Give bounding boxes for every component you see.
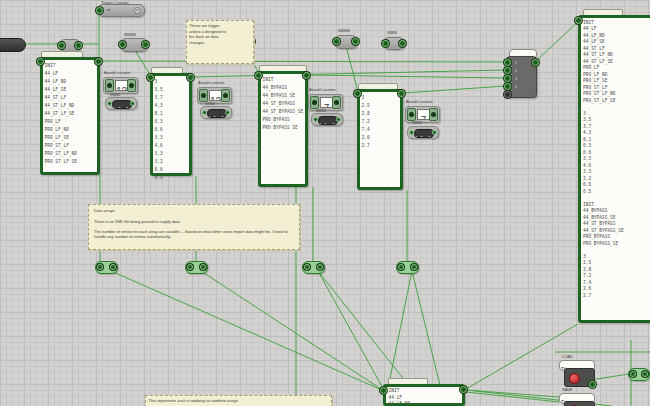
- trigger-counter-port[interactable]: [96, 7, 103, 14]
- merge-add-port[interactable]: [504, 91, 511, 98]
- note-data-arrays[interactable]: Data arrays There is an XML file being p…: [88, 204, 300, 250]
- input-port[interactable]: [333, 38, 340, 45]
- merge-component[interactable]: 1 2 3 4: [506, 56, 537, 98]
- wire[interactable]: [201, 271, 384, 391]
- panel-bypass-datanames[interactable]: INIT 44_BYPASS 44_BYPASS_SE 44_ST_BYPASS…: [258, 71, 308, 187]
- passthrough-node[interactable]: [396, 261, 419, 274]
- passthrough-node[interactable]: [628, 368, 650, 381]
- panel-data-collector[interactable]: INIT 44_LF 44_LF_ND 44_LF_SE 44_ST_LF 44…: [578, 15, 650, 323]
- anzahl-counter[interactable]: 13: [103, 77, 138, 94]
- passthrough-node[interactable]: [95, 261, 118, 274]
- wire[interactable]: [134, 49, 151, 76]
- wire[interactable]: [101, 61, 506, 62]
- panel-bypass-values[interactable]: 3 2.5 2.8 7.2 7.4 2.6 2.7: [357, 89, 403, 190]
- counter-in-port[interactable]: [407, 108, 416, 121]
- recorder-port[interactable]: [589, 381, 596, 388]
- merge-input-port[interactable]: [504, 83, 511, 90]
- relay-node[interactable]: [120, 38, 148, 52]
- panel-port[interactable]: [37, 58, 44, 65]
- counter-out-port[interactable]: [127, 79, 136, 92]
- wire[interactable]: [536, 21, 579, 61]
- wire[interactable]: [318, 271, 385, 392]
- output-port[interactable]: [110, 264, 116, 270]
- note-text: These are trigger unless a designed to f…: [187, 21, 220, 45]
- output-port[interactable]: [317, 264, 323, 270]
- edge-capsule[interactable]: [0, 38, 26, 52]
- panel-port[interactable]: [398, 90, 405, 97]
- counter-in-port[interactable]: [310, 96, 319, 109]
- link-toggle[interactable]: Link: [407, 126, 439, 139]
- counter-in-port[interactable]: [199, 89, 208, 102]
- input-port[interactable]: [97, 264, 103, 270]
- panel-lf-values[interactable]: 3 3.5 3.7 4.3 8.1 0.3 0.6 3.3 4.6 3.3 3.…: [150, 73, 192, 176]
- note-trigger-info[interactable]: These are trigger unless a designed to f…: [186, 20, 254, 64]
- panel-port[interactable]: [460, 386, 467, 393]
- toggle-port[interactable]: [225, 110, 230, 115]
- counter-out-port[interactable]: [332, 96, 341, 109]
- trigger-counter[interactable]: = ×: [97, 4, 145, 17]
- output-port[interactable]: [75, 42, 82, 49]
- grasshopper-canvas: { "colors":{"wire":"#3aa03a","panel_bord…: [0, 0, 650, 406]
- relay-node[interactable]: [383, 37, 405, 50]
- counter-value[interactable]: 7: [421, 115, 427, 120]
- close-icon[interactable]: ×: [134, 7, 141, 14]
- panel-port[interactable]: [354, 90, 361, 97]
- input-port[interactable]: [58, 42, 65, 49]
- link-toggle[interactable]: Link: [200, 106, 232, 119]
- input-port[interactable]: [304, 264, 310, 270]
- anzahl-counter[interactable]: 7: [405, 106, 440, 123]
- toggle-port[interactable]: [130, 101, 135, 106]
- wire[interactable]: [387, 271, 412, 393]
- output-port[interactable]: [399, 40, 406, 47]
- input-port[interactable]: [630, 371, 636, 377]
- panel-lf-datanames[interactable]: INIT 44_LF 44_LF_ND 44_LF_SE 44_ST_LF 44…: [40, 57, 100, 175]
- panel-port[interactable]: [95, 58, 102, 65]
- record-button-load[interactable]: [564, 368, 595, 387]
- panel-port[interactable]: [380, 387, 387, 394]
- wire[interactable]: [590, 374, 629, 380]
- input-port[interactable]: [187, 264, 193, 270]
- wire[interactable]: [346, 46, 358, 92]
- output-port[interactable]: [411, 264, 417, 270]
- toggle-port[interactable]: [336, 117, 341, 122]
- passthrough-node[interactable]: [302, 261, 325, 274]
- node-label-smudge: [338, 29, 350, 32]
- wire[interactable]: [111, 271, 384, 391]
- merge-input-port[interactable]: [504, 59, 511, 66]
- merge-input-number: 1: [515, 60, 517, 65]
- panel-port[interactable]: [147, 74, 154, 81]
- passthrough-node[interactable]: [185, 261, 208, 274]
- counter-in-port[interactable]: [105, 79, 114, 92]
- merge-output-port[interactable]: [532, 59, 539, 66]
- counter-value[interactable]: 12: [210, 96, 221, 101]
- counter-out-port[interactable]: [221, 89, 230, 102]
- record-icon[interactable]: [569, 373, 580, 384]
- note-pathway[interactable]: This represents such a roadway to combin…: [145, 395, 332, 406]
- output-port[interactable]: [352, 38, 359, 45]
- wire[interactable]: [308, 75, 506, 78]
- wire[interactable]: [403, 86, 506, 93]
- panel-port[interactable]: [303, 72, 310, 79]
- panel-chainer[interactable]: INIT 44_LF 44_LF_ND 44_LF_SE: [383, 384, 465, 406]
- panel-port[interactable]: [575, 17, 582, 24]
- input-port[interactable]: [382, 40, 389, 47]
- output-port[interactable]: [642, 371, 648, 377]
- counter-value[interactable]: 13: [116, 86, 127, 91]
- link-toggle[interactable]: Link: [311, 113, 343, 126]
- relay-node[interactable]: [334, 35, 358, 49]
- record-button-save[interactable]: [564, 401, 595, 406]
- merge-input-port[interactable]: [504, 75, 511, 82]
- link-toggle[interactable]: Link: [105, 97, 137, 110]
- panel-port[interactable]: [255, 72, 262, 79]
- node-label-smudge: [316, 109, 326, 112]
- input-port[interactable]: [398, 264, 404, 270]
- output-port[interactable]: [200, 264, 206, 270]
- merge-input-number: 2: [515, 68, 517, 73]
- counter-value[interactable]: 7: [324, 103, 330, 108]
- output-port[interactable]: [142, 41, 149, 48]
- counter-out-port[interactable]: [429, 108, 438, 121]
- input-port[interactable]: [119, 41, 126, 48]
- merge-input-port[interactable]: [504, 67, 511, 74]
- toggle-port[interactable]: [432, 130, 437, 135]
- panel-port[interactable]: [187, 74, 194, 81]
